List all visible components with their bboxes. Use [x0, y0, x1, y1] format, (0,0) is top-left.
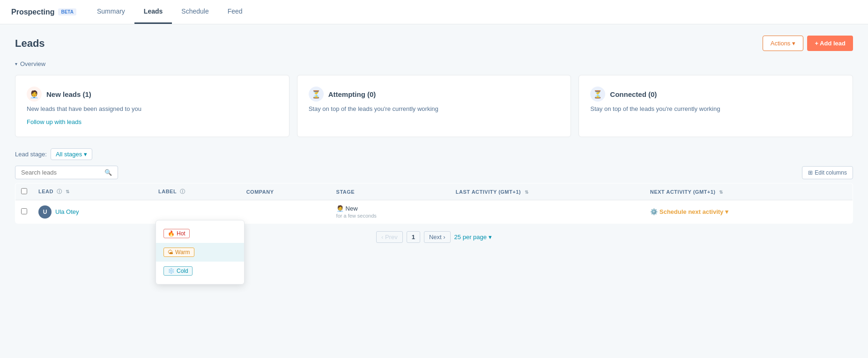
card-header: ⏳ Connected (0) [590, 87, 841, 102]
edit-columns-button[interactable]: ⊞ Edit columns [802, 166, 853, 179]
nav-tabs: Summary Leads Schedule Feed [88, 0, 252, 24]
pagination: ‹ Prev 1 Next › 25 per page ▾ [15, 231, 853, 243]
company-column-header: COMPANY [241, 183, 331, 200]
overview-label: Overview [20, 60, 45, 67]
chevron-left-icon: ‹ [381, 234, 383, 241]
page-number: 1 [407, 231, 420, 243]
next-button[interactable]: Next › [424, 231, 451, 243]
hot-emoji: 🔥 [168, 230, 175, 237]
activity-icon: ⚙️ [650, 208, 658, 215]
warm-emoji: 🌤 [168, 249, 173, 254]
sort-icon: ⇅ [719, 190, 723, 195]
attempting-icon: ⏳ [309, 87, 324, 102]
per-page-select[interactable]: 25 per page ▾ [454, 234, 492, 241]
add-lead-button[interactable]: + Add lead [807, 36, 853, 51]
search-icon: 🔍 [104, 169, 112, 176]
new-leads-icon: 🧑‍💼 [27, 87, 42, 102]
last-activity-cell [450, 200, 645, 224]
chevron-down-icon: ▾ [792, 40, 795, 47]
header-actions: Actions ▾ + Add lead [763, 36, 853, 51]
info-icon: ⓘ [57, 189, 62, 194]
leads-table: LEAD ⓘ ⇅ LABEL ⓘ COMPANY STAGE LAST ACTI… [15, 183, 853, 224]
tab-leads[interactable]: Leads [134, 0, 172, 24]
chevron-down-icon: ▾ [725, 208, 728, 215]
connected-card: ⏳ Connected (0) Stay on top of the leads… [579, 75, 853, 137]
lead-column-header: LEAD ⓘ ⇅ [33, 183, 153, 200]
overview-cards: 🧑‍💼 New leads (1) New leads that have be… [15, 75, 853, 137]
page-title: Leads [15, 37, 45, 50]
warm-label-tag: 🌤 Warm [163, 248, 194, 254]
search-input[interactable] [21, 169, 101, 176]
connected-desc: Stay on top of the leads you're currentl… [590, 105, 841, 112]
last-activity-column-header: LAST ACTIVITY (GMT+1) ⇅ [450, 183, 645, 200]
label-option-warm[interactable]: 🌤 Warm [156, 243, 244, 254]
schedule-next-activity-link[interactable]: ⚙️ Schedule next activity ▾ [650, 208, 847, 215]
next-activity-column-header: NEXT ACTIVITY (GMT+1) ⇅ [645, 183, 853, 200]
app-title: Prospecting [11, 0, 54, 24]
select-all-header [15, 183, 33, 200]
stage-select[interactable]: All stages ▾ [51, 148, 92, 160]
actions-button[interactable]: Actions ▾ [763, 36, 804, 51]
page-header: Leads Actions ▾ + Add lead [15, 36, 853, 51]
chevron-down-icon: ▾ [84, 151, 87, 158]
tab-feed[interactable]: Feed [218, 0, 252, 24]
table-toolbar: 🔍 ⊞ Edit columns [15, 166, 853, 179]
search-box[interactable]: 🔍 [15, 166, 118, 179]
connected-icon: ⏳ [590, 87, 605, 102]
attempting-desc: Stay on top of the leads you're currentl… [309, 105, 560, 112]
chevron-down-icon: ▾ [15, 61, 17, 66]
follow-up-link[interactable]: Follow up with leads [27, 118, 82, 125]
company-cell [241, 200, 331, 224]
label-dropdown: 🔥 Hot 🌤 Warm ❄️ Cold [156, 220, 245, 254]
main-content: Leads Actions ▾ + Add lead ▾ Overview 🧑‍… [0, 24, 868, 254]
row-checkbox[interactable] [21, 208, 27, 214]
hot-label-tag: 🔥 Hot [163, 229, 190, 238]
avatar: U [38, 205, 52, 219]
next-activity-cell: ⚙️ Schedule next activity ▾ [645, 200, 853, 224]
stage-filter-label: Lead stage: [15, 151, 47, 158]
stage-cell: 🧑‍💼 New for a few seconds [331, 200, 450, 224]
sort-icon: ⇅ [66, 189, 70, 194]
connected-title: Connected (0) [610, 90, 657, 98]
stage-filter: Lead stage: All stages ▾ [15, 148, 853, 160]
new-leads-card: 🧑‍💼 New leads (1) New leads that have be… [15, 75, 289, 137]
tab-summary[interactable]: Summary [88, 0, 134, 24]
card-header: ⏳ Attempting (0) [309, 87, 560, 102]
sort-icon: ⇅ [525, 190, 529, 195]
table-header: LEAD ⓘ ⇅ LABEL ⓘ COMPANY STAGE LAST ACTI… [15, 183, 853, 200]
chevron-down-icon: ▾ [489, 234, 492, 241]
columns-icon: ⊞ [808, 169, 813, 176]
prev-button[interactable]: ‹ Prev [376, 231, 403, 243]
table-body: U Ula Otey 🧑‍💼 New for a few seconds [15, 200, 853, 224]
stage-icon: 🧑‍💼 [336, 205, 344, 212]
tab-schedule[interactable]: Schedule [172, 0, 218, 24]
label-column-header: LABEL ⓘ [153, 183, 241, 200]
row-checkbox-cell [15, 200, 33, 224]
top-nav: Prospecting BETA Summary Leads Schedule … [0, 0, 868, 24]
info-icon: ⓘ [180, 189, 185, 194]
new-leads-title: New leads (1) [46, 90, 91, 98]
chevron-right-icon: › [443, 234, 445, 241]
card-header: 🧑‍💼 New leads (1) [27, 87, 278, 102]
select-all-checkbox[interactable] [21, 188, 27, 194]
beta-badge: BETA [58, 8, 76, 15]
label-option-hot[interactable]: 🔥 Hot [156, 224, 244, 243]
table-row: U Ula Otey 🧑‍💼 New for a few seconds [15, 200, 853, 224]
stage-column-header: STAGE [331, 183, 450, 200]
overview-section-header[interactable]: ▾ Overview [15, 60, 853, 67]
attempting-card: ⏳ Attempting (0) Stay on top of the lead… [297, 75, 571, 137]
lead-cell: U Ula Otey [33, 200, 153, 224]
attempting-title: Attempting (0) [328, 90, 376, 98]
new-leads-desc: New leads that have been assigned to you [27, 105, 278, 112]
lead-name[interactable]: Ula Otey [55, 208, 79, 215]
